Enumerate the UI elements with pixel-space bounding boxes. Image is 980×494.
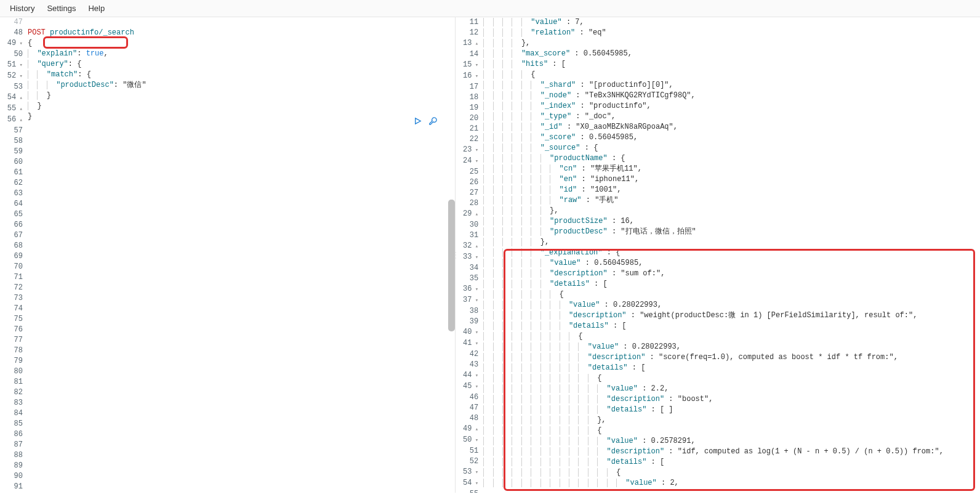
run-icon[interactable]	[413, 116, 422, 128]
menu-settings[interactable]: Settings	[47, 4, 76, 13]
response-pane: ⋮ 111213 ▴1415 ▾16 ▾17181920212223 ▾24 ▾…	[456, 17, 980, 493]
request-editor-pane: 474849 ▾5051 ▾52 ▾5354 ▴55 ▴56 ▴57585960…	[0, 17, 456, 493]
menubar: History Settings Help	[0, 0, 980, 17]
line-gutter-left: 474849 ▾5051 ▾52 ▾5354 ▴55 ▴56 ▴57585960…	[0, 17, 28, 493]
request-actions	[413, 116, 438, 128]
svg-marker-0	[416, 118, 420, 124]
main-split: 474849 ▾5051 ▾52 ▾5354 ▴55 ▴56 ▴57585960…	[0, 17, 980, 493]
response-code[interactable]: "value" : 7, "relation" : "eq" }, "max_s…	[483, 17, 980, 488]
menu-help[interactable]: Help	[88, 4, 105, 13]
pane-drag-handle[interactable]: ⋮	[456, 250, 458, 259]
line-gutter-right: 111213 ▴1415 ▾16 ▾17181920212223 ▾24 ▾25…	[456, 17, 483, 493]
menu-history[interactable]: History	[10, 4, 34, 13]
request-code[interactable]: POST productinfo/_search{ "explain": tru…	[28, 17, 455, 493]
scrollbar-thumb[interactable]	[448, 200, 455, 331]
wrench-icon[interactable]	[428, 116, 438, 128]
